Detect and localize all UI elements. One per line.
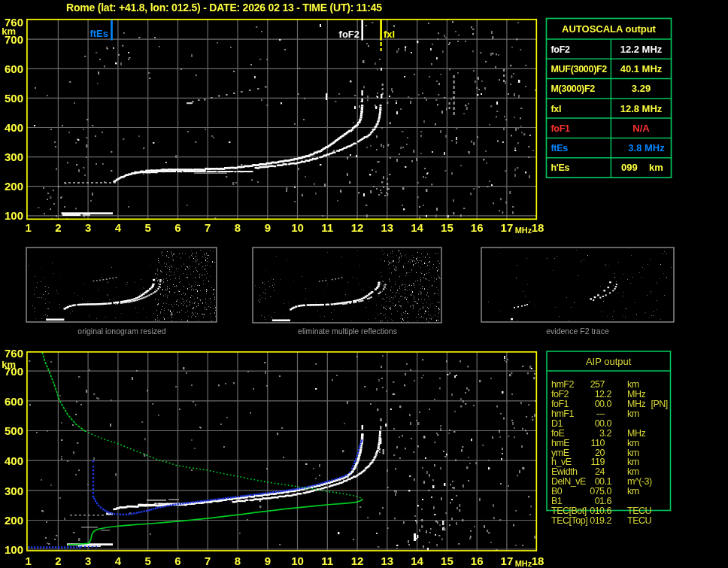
svg-text:20: 20: [595, 448, 605, 458]
svg-text:24: 24: [595, 466, 605, 477]
svg-text:1: 1: [25, 221, 31, 234]
svg-text:12: 12: [351, 221, 364, 234]
svg-text:foF1: foF1: [551, 123, 571, 134]
svg-text:010.6: 010.6: [590, 506, 611, 516]
svg-text:[PN]: [PN]: [651, 399, 668, 409]
svg-text:h_vE: h_vE: [551, 457, 572, 467]
svg-text:099: 099: [621, 162, 638, 173]
svg-text:DelN_vE: DelN_vE: [551, 476, 586, 487]
svg-text:TECU: TECU: [627, 515, 652, 526]
svg-text:400: 400: [5, 121, 23, 134]
svg-text:200: 200: [5, 514, 23, 527]
svg-text:5: 5: [145, 554, 151, 567]
svg-text:km: km: [627, 438, 639, 448]
svg-text:ftEs: ftEs: [551, 143, 569, 153]
svg-text:00.0: 00.0: [595, 399, 612, 409]
svg-text:km: km: [627, 448, 639, 458]
svg-text:01.6: 01.6: [595, 496, 612, 506]
svg-text:km: km: [2, 26, 16, 37]
svg-text:6: 6: [174, 554, 180, 567]
svg-text:2: 2: [55, 221, 61, 234]
svg-text:MUF(3000)F2: MUF(3000)F2: [551, 64, 608, 74]
svg-text:TECU: TECU: [627, 506, 652, 516]
svg-text:Ewidth: Ewidth: [551, 466, 578, 477]
svg-text:7: 7: [205, 221, 211, 234]
svg-text:foF2: foF2: [551, 389, 569, 399]
svg-text:MHz: MHz: [627, 399, 645, 409]
svg-text:110: 110: [591, 438, 605, 448]
svg-text:12.2 MHz: 12.2 MHz: [620, 44, 663, 55]
svg-text:km: km: [627, 486, 639, 497]
svg-text:00.1: 00.1: [595, 476, 612, 487]
svg-text:fxl: fxl: [551, 104, 562, 114]
svg-text:9: 9: [265, 554, 271, 567]
svg-text:257: 257: [590, 379, 605, 390]
svg-text:15: 15: [441, 221, 453, 234]
svg-text:m^(-3): m^(-3): [627, 476, 652, 487]
svg-text:10: 10: [291, 554, 304, 567]
svg-text:8: 8: [235, 221, 241, 234]
svg-text:15: 15: [441, 554, 453, 567]
svg-text:M(3000)F2: M(3000)F2: [551, 84, 596, 94]
svg-text:---: ---: [596, 409, 605, 419]
svg-text:17: 17: [501, 554, 514, 567]
svg-text:MHz: MHz: [515, 559, 532, 568]
svg-text:foF2: foF2: [551, 44, 571, 55]
svg-text:5: 5: [145, 221, 151, 234]
svg-text:12.2: 12.2: [595, 389, 612, 399]
svg-text:eliminate multiple reflections: eliminate multiple reflections: [298, 327, 397, 336]
svg-text:MHz: MHz: [627, 389, 645, 399]
svg-text:AUTOSCALA output: AUTOSCALA output: [562, 23, 657, 35]
svg-text:100: 100: [5, 209, 23, 222]
svg-text:B0: B0: [551, 486, 563, 497]
svg-text:13: 13: [381, 221, 393, 234]
svg-text:200: 200: [5, 180, 23, 193]
svg-text:11: 11: [321, 554, 333, 567]
svg-text:AIP output: AIP output: [586, 356, 632, 367]
svg-text:ymE: ymE: [551, 448, 569, 458]
svg-text:00.0: 00.0: [595, 418, 612, 429]
svg-text:km: km: [627, 466, 639, 477]
svg-text:4: 4: [115, 221, 122, 234]
svg-text:N/A: N/A: [632, 123, 650, 134]
svg-text:3.8 MHz: 3.8 MHz: [628, 142, 665, 153]
svg-text:500: 500: [5, 92, 23, 105]
svg-text:019.2: 019.2: [590, 515, 611, 526]
svg-text:7: 7: [205, 554, 211, 567]
svg-text:TEC[Bot]: TEC[Bot]: [551, 506, 587, 516]
svg-text:300: 300: [5, 150, 23, 163]
svg-text:fxl: fxl: [384, 29, 395, 40]
svg-text:hmE: hmE: [551, 438, 569, 448]
svg-text:3: 3: [85, 554, 91, 567]
svg-text:075.0: 075.0: [590, 486, 611, 497]
svg-text:18: 18: [532, 554, 544, 567]
svg-text:4: 4: [115, 554, 122, 567]
svg-text:600: 600: [5, 395, 23, 408]
svg-text:17: 17: [501, 221, 514, 234]
svg-text:km: km: [627, 409, 639, 419]
svg-text:TEC[Top]: TEC[Top]: [551, 515, 587, 526]
svg-text:foF1: foF1: [551, 399, 569, 409]
svg-text:Rome (lat: +41.8, lon: 012.5): Rome (lat: +41.8, lon: 012.5) - DATE: 20…: [66, 2, 382, 14]
svg-text:1: 1: [25, 554, 31, 567]
svg-text:14: 14: [411, 221, 423, 234]
svg-text:300: 300: [5, 484, 23, 497]
svg-text:B1: B1: [551, 496, 563, 506]
svg-text:18: 18: [532, 221, 544, 234]
svg-text:12: 12: [351, 554, 364, 567]
svg-text:12.8 MHz: 12.8 MHz: [620, 103, 663, 114]
svg-text:3: 3: [85, 221, 91, 234]
svg-text:h'Es: h'Es: [551, 163, 570, 173]
svg-text:km: km: [627, 457, 639, 467]
svg-text:3.2: 3.2: [599, 428, 611, 439]
svg-text:8: 8: [235, 554, 241, 567]
svg-text:13: 13: [381, 554, 393, 567]
svg-text:D1: D1: [551, 418, 563, 429]
svg-text:km: km: [627, 379, 639, 390]
svg-text:foF2: foF2: [339, 29, 359, 40]
svg-text:500: 500: [5, 424, 23, 437]
svg-text:3.29: 3.29: [632, 83, 651, 94]
svg-text:760: 760: [5, 347, 23, 360]
svg-text:16: 16: [471, 221, 484, 234]
svg-text:10: 10: [291, 221, 304, 234]
